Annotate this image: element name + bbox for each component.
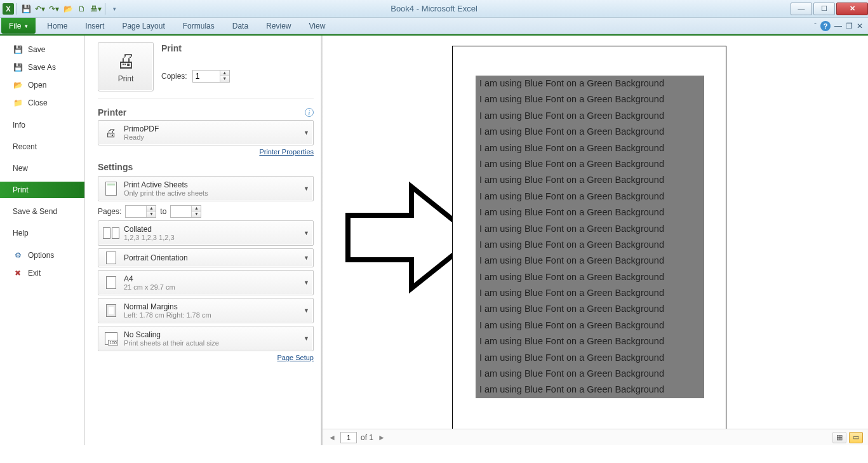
spin-up-icon[interactable]: ▲ (220, 70, 229, 76)
open-icon: 📂 (13, 80, 23, 90)
window-title: Book4 - Microsoft Excel (0, 4, 868, 13)
help-icon[interactable]: ? (820, 21, 831, 31)
preview-line: I am using Blue Font on a Green Backgrou… (476, 237, 704, 253)
tab-file[interactable]: File▾ (1, 18, 36, 34)
print-heading: Print (161, 43, 230, 53)
new-icon[interactable]: 🗋 (76, 3, 88, 15)
doc-close-icon[interactable]: ✕ (857, 22, 863, 30)
doc-restore-icon[interactable]: ❐ (846, 22, 853, 30)
spin-up-icon[interactable]: ▲ (192, 206, 201, 211)
save-as-icon: 💾 (13, 62, 23, 72)
nav-item-print[interactable]: Print (0, 182, 84, 198)
open-icon[interactable]: 📂 (62, 3, 74, 15)
separator (17, 3, 17, 15)
chevron-down-icon: ▼ (304, 307, 309, 314)
exit-icon: ✖ (13, 268, 23, 278)
nav-item-save[interactable]: 💾Save (0, 41, 84, 58)
chevron-down-icon: ▾ (25, 23, 28, 29)
dd-line1: A4 (124, 274, 175, 283)
preview-line: I am using Blue Font on a Green Backgrou… (476, 269, 704, 285)
tab-page-layout[interactable]: Page Layout (113, 18, 173, 34)
chevron-down-icon: ▼ (304, 185, 309, 192)
zoom-to-page-button[interactable]: ▭ (849, 432, 863, 443)
preview-line: I am using Blue Font on a Green Backgrou… (476, 318, 704, 333)
maximize-button[interactable]: ☐ (813, 3, 835, 15)
save-icon[interactable]: 💾 (20, 3, 32, 15)
pages-to-spinner[interactable]: ▲▼ (170, 205, 201, 218)
printer-properties-link[interactable]: Printer Properties (98, 148, 314, 156)
dd-line1: Collated (124, 225, 175, 234)
nav-item-open[interactable]: 📂Open (0, 76, 84, 94)
print-button[interactable]: 🖨 Print (98, 42, 154, 91)
nav-item-save-send[interactable]: Save & Send (0, 203, 84, 220)
nav-item-recent[interactable]: Recent (0, 138, 84, 155)
doc-minimize-icon[interactable]: — (834, 22, 842, 30)
close-icon: 📁 (13, 98, 23, 108)
dd-line1: No Scaling (124, 330, 219, 339)
printer-dropdown[interactable]: 🖨 PrimoPDF Ready ▼ (98, 120, 314, 145)
preview-line: I am using Blue Font on a Green Backgrou… (476, 221, 704, 237)
preview-line: I am using Blue Font on a Green Backgrou… (476, 172, 704, 188)
preview-line: I am using Blue Font on a Green Backgrou… (476, 205, 704, 220)
save-icon: 💾 (13, 44, 23, 55)
nav-label: Open (28, 81, 46, 90)
dd-line1: Print Active Sheets (124, 180, 208, 189)
info-icon[interactable]: i (305, 108, 314, 117)
ribbon-minimize-icon[interactable]: ˇ (814, 22, 817, 30)
preview-line: I am using Blue Font on a Green Backgrou… (476, 156, 704, 172)
prev-page-button[interactable]: ◄ (328, 433, 337, 442)
nav-item-help[interactable]: Help (0, 225, 84, 241)
spin-down-icon[interactable]: ▼ (147, 211, 156, 217)
print-icon[interactable]: 🖶▾ (90, 3, 102, 15)
nav-item-info[interactable]: Info (0, 117, 84, 133)
next-page-button[interactable]: ► (377, 433, 386, 442)
redo-icon[interactable]: ↷▾ (48, 3, 60, 15)
tab-view[interactable]: View (300, 18, 335, 34)
spin-down-icon[interactable]: ▼ (192, 211, 201, 217)
page-setup-link[interactable]: Page Setup (98, 354, 314, 361)
tab-home[interactable]: Home (38, 18, 76, 34)
copies-input[interactable] (193, 70, 220, 82)
copies-spinner[interactable]: ▲▼ (192, 70, 230, 83)
tab-insert[interactable]: Insert (76, 18, 113, 34)
nav-item-close[interactable]: 📁Close (0, 94, 84, 112)
dd-line2: Left: 1.78 cm Right: 1.78 cm (124, 311, 211, 319)
preview-line: I am using Blue Font on a Green Backgrou… (476, 91, 704, 107)
nav-item-new[interactable]: New (0, 160, 84, 177)
tab-review[interactable]: Review (257, 18, 300, 34)
window-controls: — ☐ ✕ (789, 3, 868, 15)
preview-line: I am using Blue Font on a Green Backgrou… (476, 333, 704, 349)
print-settings-panel: 🖨 Print Print Copies: ▲▼ Printer i 🖨 (85, 36, 321, 445)
close-button[interactable]: ✕ (836, 3, 868, 15)
spin-up-icon[interactable]: ▲ (147, 206, 156, 211)
nav-item-exit[interactable]: ✖Exit (0, 264, 84, 282)
preview-line: I am using Blue Font on a Green Backgrou… (476, 76, 704, 91)
collate-dropdown[interactable]: Collated 1,2,3 1,2,3 1,2,3 ▼ (98, 220, 314, 246)
spin-down-icon[interactable]: ▼ (220, 76, 229, 82)
margins-dropdown[interactable]: Normal Margins Left: 1.78 cm Right: 1.78… (98, 298, 314, 323)
chevron-down-icon: ▼ (304, 130, 309, 136)
dd-line2: Only print the active sheets (124, 189, 208, 197)
dd-line1: Portrait Orientation (124, 253, 188, 262)
orientation-dropdown[interactable]: Portrait Orientation ▼ (98, 248, 314, 267)
pages-to-input[interactable] (171, 206, 191, 217)
pages-from-spinner[interactable]: ▲▼ (125, 205, 156, 218)
undo-icon[interactable]: ↶▾ (34, 3, 46, 15)
print-button-label: Print (118, 74, 134, 83)
tab-formulas[interactable]: Formulas (174, 18, 224, 34)
qat-customize-icon[interactable]: ▾ (108, 3, 121, 15)
paper-icon (102, 274, 120, 292)
page-current-input[interactable] (340, 432, 357, 443)
show-margins-button[interactable]: ▦ (832, 432, 846, 443)
collate-icon (102, 224, 120, 242)
print-what-dropdown[interactable]: Print Active Sheets Only print the activ… (98, 176, 314, 201)
minimize-button[interactable]: — (791, 3, 812, 15)
page-preview: I am using Blue Font on a Green Backgrou… (452, 46, 726, 429)
tab-data[interactable]: Data (224, 18, 257, 34)
preview-line: I am using Blue Font on a Green Backgrou… (476, 189, 704, 205)
nav-item-save-as[interactable]: 💾Save As (0, 58, 84, 76)
pages-from-input[interactable] (126, 206, 146, 217)
paper-size-dropdown[interactable]: A4 21 cm x 29.7 cm ▼ (98, 270, 314, 295)
scaling-dropdown[interactable]: No Scaling Print sheets at their actual … (98, 326, 314, 351)
nav-item-options[interactable]: ⚙Options (0, 246, 84, 264)
